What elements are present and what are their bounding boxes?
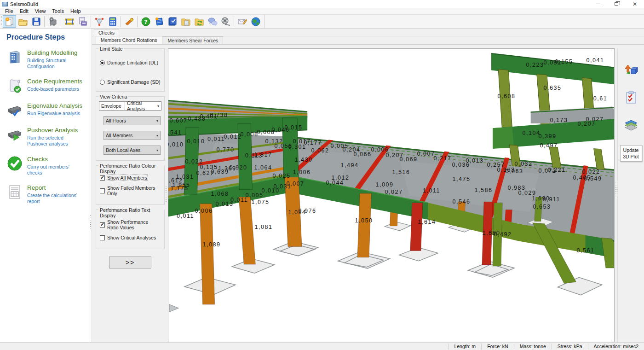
member-ratio-label: 1,089 xyxy=(203,241,221,248)
member-ratio-label: 0,006 xyxy=(241,131,259,138)
sidebar-splitter[interactable] xyxy=(89,29,92,342)
checks-circle-icon xyxy=(6,155,23,172)
checkbox-show-all-members[interactable]: Show All Members xyxy=(100,175,161,181)
menu-tools[interactable]: Tools xyxy=(49,8,67,14)
member-ratio-label: 0,653 xyxy=(533,204,551,210)
open-project-button[interactable] xyxy=(16,15,29,28)
status-mass-unit: Mass: tonne xyxy=(514,344,552,350)
radio-significant-damage-sd-[interactable]: Significant Damage (SD) xyxy=(100,79,161,85)
minimize-icon xyxy=(596,4,600,4)
email-support-button[interactable] xyxy=(236,15,249,28)
tab-checks[interactable]: Checks xyxy=(94,29,119,36)
sidebar-item-building-modelling[interactable]: Building ModellingBuilding Structural Co… xyxy=(6,49,92,70)
member-ratio-label: 0,036 xyxy=(452,162,470,168)
subtab-strip: Members Chord Rotations Members Shear Fo… xyxy=(92,36,644,44)
tall-building xyxy=(491,53,614,169)
member-ratio-label: 1,081 xyxy=(255,224,273,230)
video-tutorials-button[interactable] xyxy=(219,15,232,28)
deformed-shape-button[interactable] xyxy=(623,62,639,78)
member-ratio-label: 0,549 xyxy=(584,175,602,182)
member-ratio-label: 0,063 xyxy=(506,168,523,175)
sidebar-item-report[interactable]: ReportCreate the calculations' report xyxy=(6,184,92,204)
sidebar-item-code-requirements[interactable]: Code RequirementsCode-based parameters xyxy=(6,77,92,94)
processor-settings-button[interactable] xyxy=(46,15,59,28)
text-display-group: Performance Ratio Text Display Show Perf… xyxy=(96,210,165,249)
window-title: SeismoBuild xyxy=(10,1,38,7)
report-print-button[interactable] xyxy=(76,15,89,28)
toolbar-grip xyxy=(1,16,2,27)
email-support-icon xyxy=(237,16,248,27)
sidebar-item-subtitle: Run the selected Pushover analyses xyxy=(27,135,82,147)
envelope-box[interactable]: Envelope xyxy=(99,101,125,111)
toolbar-separator xyxy=(234,16,234,27)
checkbox-show-critical-analyses[interactable]: Show Critical Analyses xyxy=(100,235,161,240)
tab-members-shear-forces[interactable]: Members Shear Forces xyxy=(163,36,224,44)
member-ratio-label: 0,546 xyxy=(453,198,471,205)
sidebar-item-subtitle: Carry out members' checks xyxy=(27,164,82,176)
project-files-button[interactable] xyxy=(179,15,192,28)
open-project-icon xyxy=(17,16,29,27)
options-splitter[interactable] xyxy=(165,48,168,342)
new-analysis-button[interactable] xyxy=(3,15,16,28)
member-ratio-label: 0,011 xyxy=(177,213,194,219)
tutorials-button[interactable] xyxy=(166,15,179,28)
member-ratio-label: 0,027 xyxy=(385,189,403,195)
member-ratio-label: 0,541 xyxy=(168,129,182,136)
minimize-button[interactable] xyxy=(589,0,607,8)
member-ratio-label: 0,007 xyxy=(287,181,305,187)
member-checks-icon xyxy=(625,91,638,104)
member-ratio-label: 1,075 xyxy=(252,199,270,205)
sidebar-item-title: Eigenvalue Analysis xyxy=(27,102,82,109)
canvas-splitter[interactable] xyxy=(615,48,617,342)
tab-members-chord-rotations[interactable]: Members Chord Rotations xyxy=(96,36,162,44)
member-ratio-label: 1,050 xyxy=(355,217,373,224)
expand-options-button[interactable]: >> xyxy=(109,257,151,268)
colour-display-group: Performance Ratio Colour Display Show Al… xyxy=(96,165,165,205)
sidebar-item-eigenvalue-analysis[interactable]: Eigenvalue AnalysisRun Eigenvalue analys… xyxy=(6,102,92,118)
forum-button[interactable] xyxy=(206,15,219,28)
floors-select[interactable]: All Floors▾ xyxy=(104,116,161,125)
menu-help[interactable]: Help xyxy=(67,8,84,14)
save-project-icon xyxy=(31,16,42,27)
sidebar-item-title: Report xyxy=(27,184,82,191)
checkbox-show-performance-ratio-values[interactable]: Show Performance Ratio Values xyxy=(100,219,161,230)
menu-file[interactable]: File xyxy=(2,8,17,14)
calculator-button[interactable] xyxy=(106,15,119,28)
status-bar: Length: m Force: kN Mass: tonne Stress: … xyxy=(0,342,644,350)
help-button[interactable]: ? xyxy=(139,15,152,28)
members-select[interactable]: All Members▾ xyxy=(104,131,161,140)
website-button[interactable] xyxy=(249,15,262,28)
sidebar-item-title: Building Modelling xyxy=(27,49,82,56)
member-ratio-label: 1,475 xyxy=(453,176,471,182)
sidebar-item-pushover-analysis[interactable]: Pushover AnalysisRun the selected Pushov… xyxy=(6,126,92,147)
restore-button[interactable] xyxy=(607,0,626,8)
eigenvalue-chip-icon xyxy=(6,102,23,118)
refresh-project-button[interactable] xyxy=(192,15,206,28)
member-ratio-label: 0,104 xyxy=(523,130,540,136)
member-ratio-label: 0,155 xyxy=(555,58,573,65)
menu-edit[interactable]: Edit xyxy=(17,8,32,14)
repaint-button[interactable] xyxy=(122,15,136,28)
member-checks-button[interactable] xyxy=(623,90,639,105)
save-project-button[interactable] xyxy=(29,15,43,28)
close-button[interactable]: ✕ xyxy=(626,0,644,8)
axes-select[interactable]: Both Local Axes▾ xyxy=(104,146,161,155)
sidebar-item-checks[interactable]: ChecksCarry out members' checks xyxy=(6,155,92,176)
toolbar-separator xyxy=(121,16,121,27)
member-ratio-label: 0,005 xyxy=(246,192,264,198)
update-3d-plot-button[interactable]: Update 3D Plot xyxy=(620,145,642,162)
analysis-select[interactable]: Critical Analysis▾ xyxy=(125,101,161,111)
toolbar-separator xyxy=(91,16,91,27)
floor-layers-button[interactable] xyxy=(623,117,639,133)
checkbox-show-failed-members-only[interactable]: Show Failed Members Only xyxy=(100,185,161,196)
status-length-unit: Length: m xyxy=(448,344,481,350)
member-ratio-label: 1,068 xyxy=(211,191,229,197)
frame-modelling-button[interactable] xyxy=(63,15,76,28)
member-ratio-label: 0,011 xyxy=(207,136,225,142)
sidebar-item-subtitle: Run Eigenvalue analysis xyxy=(27,111,82,117)
user-manual-button[interactable] xyxy=(152,15,166,28)
menu-view[interactable]: View xyxy=(32,8,49,14)
radio-damage-limitation-dl-[interactable]: Damage Limitation (DL) xyxy=(100,60,161,65)
model-3d-viewport[interactable]: 0,6070,4880,4010,7380,5410,0100,0100,011… xyxy=(168,48,615,342)
model-3d-button[interactable] xyxy=(92,15,106,28)
